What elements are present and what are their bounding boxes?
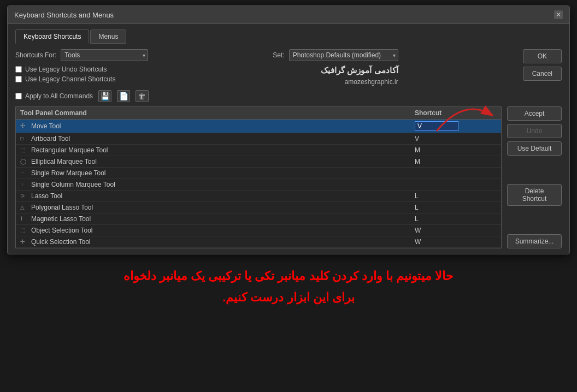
polygonal-lasso-icon: △ xyxy=(20,204,31,210)
use-legacy-undo-label: Use Legacy Undo Shortcuts xyxy=(25,66,107,73)
single-row-icon: ⋯ xyxy=(20,170,31,175)
lasso-name: Lasso Tool xyxy=(31,192,415,200)
table-row[interactable]: ⋮ Single Column Marquee Tool xyxy=(16,179,501,191)
shortcut-input-field[interactable] xyxy=(415,121,458,131)
artboard-tool-name: Artboard Tool xyxy=(31,135,415,142)
rect-marquee-name: Rectangular Marquee Tool xyxy=(31,146,415,154)
magnetic-lasso-icon: ⌇ xyxy=(20,216,31,222)
object-selection-shortcut: W xyxy=(415,227,497,234)
apply-row: Apply to All Commands 💾 📄 🗑 xyxy=(15,90,562,102)
shortcuts-for-select[interactable]: Tools Application Menus Panel Menus xyxy=(61,49,148,61)
table-row[interactable]: ◯ Elliptical Marquee Tool M xyxy=(16,156,501,168)
single-col-name: Single Column Marquee Tool xyxy=(31,181,415,188)
cancel-button[interactable]: Cancel xyxy=(523,67,562,81)
accept-button[interactable]: Accept xyxy=(507,106,562,121)
delete-set-button[interactable]: 🗑 xyxy=(136,90,149,102)
set-select[interactable]: Photoshop Defaults (modified) Photoshop … xyxy=(289,49,398,61)
table-row[interactable]: ✢ Quick Selection Tool W xyxy=(16,236,501,248)
apply-to-all-checkbox[interactable] xyxy=(15,93,22,99)
col-command-header: Tool Panel Command xyxy=(20,109,415,117)
table-row[interactable]: △ Polygonal Lasso Tool L xyxy=(16,202,501,213)
magnetic-lasso-shortcut: L xyxy=(415,215,497,223)
dialog-title: Keyboard Shortcuts and Menus xyxy=(14,11,114,19)
elliptical-marquee-name: Elliptical Marquee Tool xyxy=(31,158,415,165)
polygonal-lasso-name: Polygonal Lasso Tool xyxy=(31,204,415,211)
use-default-button[interactable]: Use Default xyxy=(507,141,562,156)
quick-selection-shortcut: W xyxy=(415,238,497,246)
watermark-line2: amozeshgraphic.ir xyxy=(321,77,398,87)
col-shortcut-header: Shortcut xyxy=(415,109,497,117)
set-label: Set: xyxy=(273,51,284,59)
use-legacy-undo-checkbox[interactable] xyxy=(15,66,22,73)
single-col-icon: ⋮ xyxy=(20,182,31,187)
summarize-button[interactable]: Summarize... xyxy=(507,234,562,248)
side-buttons: Accept Undo Use Default Delete Shortcut … xyxy=(507,106,562,248)
elliptical-marquee-icon: ◯ xyxy=(20,158,31,164)
use-legacy-channel-checkbox[interactable] xyxy=(15,76,22,82)
single-row-name: Single Row Marquee Tool xyxy=(31,169,415,177)
watermark-line1: آکادمی آموزش گرافیک xyxy=(321,64,398,77)
quick-selection-icon: ✢ xyxy=(20,239,31,245)
main-content: Tool Panel Command Shortcut xyxy=(15,106,562,248)
table-row[interactable]: ✢ Move Tool xyxy=(16,120,501,133)
table-row[interactable]: ⌇ Magnetic Lasso Tool L xyxy=(16,213,501,225)
move-tool-name: Move Tool xyxy=(31,122,415,130)
bottom-text-line2: برای این ابزار درست کنیم. xyxy=(123,287,454,308)
use-legacy-channel-row: Use Legacy Channel Shortcuts xyxy=(15,75,148,83)
artboard-tool-shortcut: V xyxy=(415,135,497,142)
close-button[interactable]: ✕ xyxy=(554,10,563,19)
elliptical-marquee-shortcut: M xyxy=(415,158,497,165)
apply-to-all-label: Apply to All Commands xyxy=(25,92,93,100)
move-tool-icon: ✢ xyxy=(20,122,31,129)
table-header: Tool Panel Command Shortcut xyxy=(16,107,501,120)
table-row[interactable]: ⋯ Single Row Marquee Tool xyxy=(16,168,501,179)
title-bar: Keyboard Shortcuts and Menus ✕ xyxy=(8,6,569,24)
undo-button[interactable]: Undo xyxy=(507,124,562,138)
table-row[interactable]: ⊃ Lasso Tool L xyxy=(16,191,501,202)
polygonal-lasso-shortcut: L xyxy=(415,204,497,211)
table-row[interactable]: □ Artboard Tool V xyxy=(16,133,501,145)
bottom-text-line1: حالا میتونیم با وارد کردن کلید میانبر تک… xyxy=(123,265,454,287)
rect-marquee-icon: ⬚ xyxy=(20,147,31,153)
lasso-shortcut: L xyxy=(415,192,497,200)
ok-button[interactable]: OK xyxy=(523,49,562,63)
tabs-container: Keyboard Shortcuts Menus xyxy=(15,29,562,44)
shortcuts-for-label: Shortcuts For: xyxy=(15,51,56,59)
rect-marquee-shortcut: M xyxy=(415,146,497,154)
quick-selection-name: Quick Selection Tool xyxy=(31,238,415,246)
object-selection-icon: ⬚ xyxy=(20,227,31,233)
tab-menus[interactable]: Menus xyxy=(90,29,126,44)
artboard-tool-icon: □ xyxy=(20,135,31,141)
table-row[interactable]: ⬚ Rectangular Marquee Tool M xyxy=(16,145,501,156)
use-legacy-channel-label: Use Legacy Channel Shortcuts xyxy=(25,75,115,83)
lasso-icon: ⊃ xyxy=(20,193,31,199)
object-selection-name: Object Selection Tool xyxy=(31,227,415,234)
watermark: آکادمی آموزش گرافیک amozeshgraphic.ir xyxy=(321,64,398,87)
delete-shortcut-button[interactable]: Delete Shortcut xyxy=(507,184,562,206)
use-legacy-undo-row: Use Legacy Undo Shortcuts xyxy=(15,66,148,73)
table-body: ✢ Move Tool □ Artboard Tool V xyxy=(16,120,501,248)
bottom-annotation: حالا میتونیم با وارد کردن کلید میانبر تک… xyxy=(123,265,454,308)
create-set-button[interactable]: 📄 xyxy=(117,90,130,102)
table-row[interactable]: ⬚ Object Selection Tool W xyxy=(16,225,501,236)
move-tool-shortcut[interactable] xyxy=(415,121,497,131)
save-set-button[interactable]: 💾 xyxy=(98,90,111,102)
shortcuts-table: Tool Panel Command Shortcut xyxy=(15,106,502,248)
tab-keyboard-shortcuts[interactable]: Keyboard Shortcuts xyxy=(15,29,89,44)
magnetic-lasso-name: Magnetic Lasso Tool xyxy=(31,215,415,223)
ok-cancel-area: OK Cancel xyxy=(523,49,562,81)
